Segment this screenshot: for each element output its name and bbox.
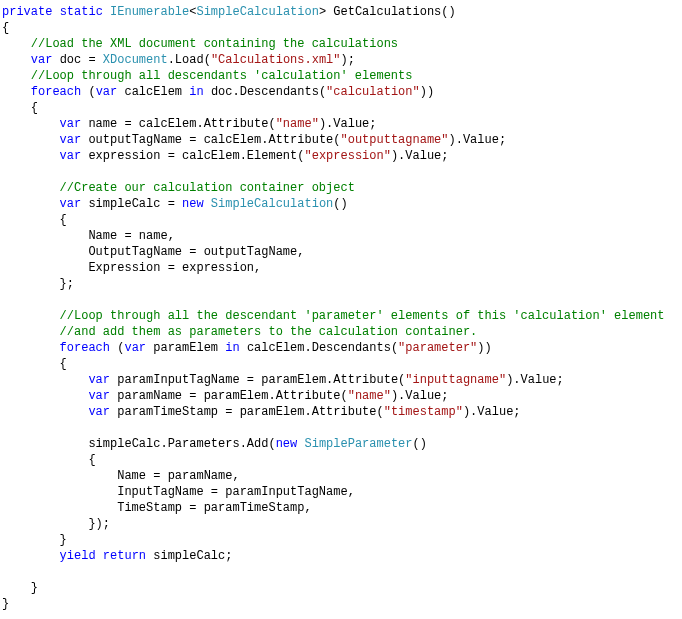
identifier: InputTagName bbox=[117, 485, 203, 499]
identifier: paramInputTagName bbox=[117, 373, 239, 387]
keyword: in bbox=[225, 341, 239, 355]
keyword: var bbox=[60, 133, 82, 147]
comment: //Loop through all the descendant 'param… bbox=[60, 309, 665, 323]
identifier: Element bbox=[247, 149, 297, 163]
identifier: outputTagName bbox=[88, 133, 182, 147]
string: "name" bbox=[276, 117, 319, 131]
identifier: paramName bbox=[117, 389, 182, 403]
keyword: foreach bbox=[60, 341, 110, 355]
identifier: calcElem bbox=[182, 149, 240, 163]
identifier: Attribute bbox=[204, 117, 269, 131]
keyword: new bbox=[182, 197, 204, 211]
keyword: return bbox=[103, 549, 146, 563]
keyword: var bbox=[31, 53, 53, 67]
keyword: var bbox=[60, 197, 82, 211]
identifier: paramTimeStamp bbox=[204, 501, 305, 515]
identifier: Expression bbox=[88, 261, 160, 275]
keyword: private bbox=[2, 5, 52, 19]
identifier: expression bbox=[88, 149, 160, 163]
identifier: calcElem bbox=[139, 117, 197, 131]
keyword: static bbox=[60, 5, 103, 19]
keyword: var bbox=[88, 389, 110, 403]
comment: //Load the XML document containing the c… bbox=[31, 37, 398, 51]
identifier: outputTagName bbox=[204, 245, 298, 259]
keyword: var bbox=[124, 341, 146, 355]
type: IEnumerable bbox=[110, 5, 189, 19]
identifier: expression bbox=[182, 261, 254, 275]
identifier: Load bbox=[175, 53, 204, 67]
identifier: simpleCalc bbox=[88, 437, 160, 451]
identifier: Name bbox=[88, 229, 117, 243]
identifier: OutputTagName bbox=[88, 245, 182, 259]
identifier: paramElem bbox=[204, 389, 269, 403]
identifier: paramElem bbox=[261, 373, 326, 387]
keyword: var bbox=[96, 85, 118, 99]
identifier: doc bbox=[211, 85, 233, 99]
comment: //and add them as parameters to the calc… bbox=[60, 325, 478, 339]
identifier: calcElem bbox=[247, 341, 305, 355]
identifier: Value bbox=[521, 373, 557, 387]
identifier: TimeStamp bbox=[117, 501, 182, 515]
keyword: foreach bbox=[31, 85, 81, 99]
identifier: Attribute bbox=[276, 389, 341, 403]
string: "outputtagname" bbox=[340, 133, 448, 147]
identifier: paramInputTagName bbox=[225, 485, 347, 499]
keyword: var bbox=[60, 117, 82, 131]
identifier: Value bbox=[333, 117, 369, 131]
type: XDocument bbox=[103, 53, 168, 67]
identifier: paramTimeStamp bbox=[117, 405, 218, 419]
type: SimpleCalculation bbox=[196, 5, 318, 19]
string: "name" bbox=[348, 389, 391, 403]
identifier: Value bbox=[477, 405, 513, 419]
string: "calculation" bbox=[326, 85, 420, 99]
identifier: doc bbox=[60, 53, 82, 67]
identifier: name bbox=[139, 229, 168, 243]
identifier: Attribute bbox=[268, 133, 333, 147]
comment: //Create our calculation container objec… bbox=[60, 181, 355, 195]
identifier: calcElem bbox=[204, 133, 262, 147]
identifier: Attribute bbox=[312, 405, 377, 419]
identifier: paramElem bbox=[153, 341, 218, 355]
identifier: Value bbox=[405, 149, 441, 163]
identifier: name bbox=[88, 117, 117, 131]
identifier: GetCalculations bbox=[333, 5, 441, 19]
string: "expression" bbox=[304, 149, 390, 163]
identifier: Name bbox=[117, 469, 146, 483]
code-block: private static IEnumerable<SimpleCalcula… bbox=[0, 0, 682, 616]
string: "inputtagname" bbox=[405, 373, 506, 387]
keyword: var bbox=[60, 149, 82, 163]
identifier: Value bbox=[463, 133, 499, 147]
type: SimpleParameter bbox=[304, 437, 412, 451]
identifier: Descendants bbox=[312, 341, 391, 355]
keyword: in bbox=[189, 85, 203, 99]
identifier: Parameters bbox=[168, 437, 240, 451]
keyword: var bbox=[88, 405, 110, 419]
identifier: Value bbox=[405, 389, 441, 403]
keyword: var bbox=[88, 373, 110, 387]
comment: //Loop through all descendants 'calculat… bbox=[31, 69, 413, 83]
identifier: Attribute bbox=[333, 373, 398, 387]
string: "parameter" bbox=[398, 341, 477, 355]
keyword: yield bbox=[60, 549, 96, 563]
identifier: paramName bbox=[168, 469, 233, 483]
identifier: simpleCalc bbox=[88, 197, 160, 211]
identifier: Add bbox=[247, 437, 269, 451]
string: "Calculations.xml" bbox=[211, 53, 341, 67]
keyword: new bbox=[276, 437, 298, 451]
type: SimpleCalculation bbox=[211, 197, 333, 211]
identifier: calcElem bbox=[124, 85, 182, 99]
string: "timestamp" bbox=[384, 405, 463, 419]
identifier: simpleCalc bbox=[153, 549, 225, 563]
identifier: Descendants bbox=[240, 85, 319, 99]
identifier: paramElem bbox=[240, 405, 305, 419]
